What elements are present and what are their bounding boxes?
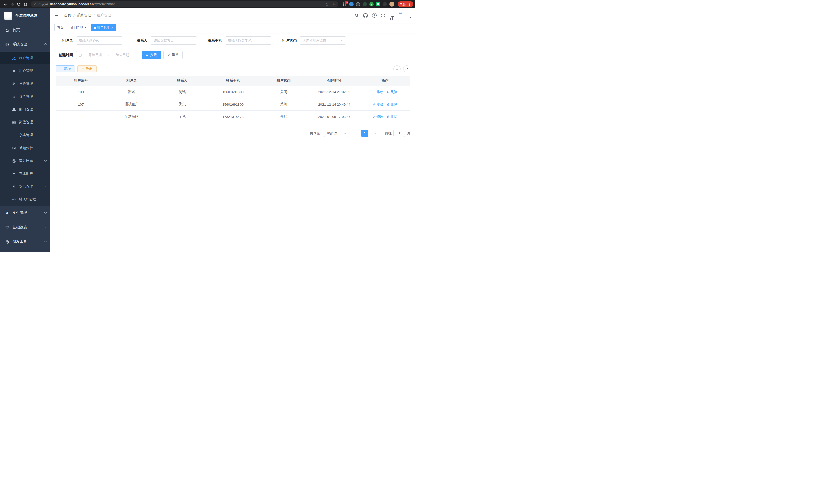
user-avatar-menu[interactable]: ▼ (398, 10, 411, 20)
tags-view-bar: 首页 部门管理 × 租户管理 × (50, 23, 416, 33)
sidebar-item-payment-management[interactable]: ¥ 支付管理 (0, 206, 50, 220)
extension-icon-3[interactable] (356, 2, 360, 6)
refresh-table-button[interactable] (403, 65, 410, 72)
id-badge-icon (12, 120, 16, 124)
sidebar-item-system-management[interactable]: 系统管理 (0, 37, 50, 52)
page-size-select[interactable]: 10条/页 (324, 130, 348, 137)
create-time-label: 创建时间 (56, 53, 73, 57)
sidebar-item-notice[interactable]: 通知公告 (0, 142, 50, 154)
online-signal-icon (12, 172, 16, 176)
extension-icon-7[interactable] (382, 2, 387, 6)
sidebar-item-department-management[interactable]: 部门管理 (0, 103, 50, 116)
cell-tenant-name: 测试 (106, 86, 157, 98)
column-header: 租户名 (106, 76, 157, 86)
cell-phone: 15601691300 (208, 86, 258, 98)
sidebar-item-post-management[interactable]: 岗位管理 (0, 116, 50, 129)
sidebar-item-label: 字典管理 (19, 133, 33, 138)
header-search-icon[interactable] (354, 10, 359, 20)
message-bubble-icon (12, 146, 16, 150)
bookmark-star-icon[interactable]: ☆ (332, 2, 335, 6)
current-page-button[interactable]: 1 (361, 130, 369, 137)
sidebar-menu: 首页 系统管理 租户管理 用户管理 角色管理 (0, 23, 50, 252)
edit-link[interactable]: 修改 (373, 114, 383, 119)
browser-menu-icon[interactable]: ⋮ (408, 3, 411, 6)
date-range-picker[interactable]: 开始日期 - 结束日期 (76, 51, 137, 59)
browser-profile-avatar[interactable] (389, 2, 395, 7)
sidebar-item-label: 错误码管理 (19, 197, 36, 202)
fullscreen-icon[interactable] (381, 10, 385, 20)
sidebar-item-menu-management[interactable]: 菜单管理 (0, 90, 50, 103)
app-logo[interactable]: 芋道管理系统 (0, 8, 50, 23)
shield-icon (12, 184, 16, 188)
top-header: 首页 / 系统管理 / 租户管理 ? TT (50, 8, 416, 23)
sidebar-item-label: 支付管理 (12, 211, 27, 215)
tab-tenant-management[interactable]: 租户管理 × (91, 24, 116, 31)
sidebar-item-online-users[interactable]: 在线用户 (0, 167, 50, 180)
status-select[interactable]: 请选择租户状态 (299, 36, 346, 45)
sidebar-item-role-management[interactable]: 角色管理 (0, 77, 50, 90)
edit-link[interactable]: 修改 (373, 90, 383, 94)
address-bar[interactable]: ⚠ 不安全 dashboard.yudao.iocoder.cn/system/… (31, 1, 338, 7)
share-icon[interactable] (325, 2, 329, 6)
breadcrumb-home[interactable]: 首页 (64, 13, 71, 18)
menu-list-icon (12, 94, 16, 99)
chevron-down-icon (45, 159, 47, 161)
breadcrumb-system[interactable]: 系统管理 (77, 13, 91, 18)
column-header: 租户编号 (56, 76, 106, 86)
github-icon[interactable] (363, 10, 368, 20)
home-icon (5, 28, 9, 32)
show-search-button[interactable] (393, 65, 401, 72)
delete-link[interactable]: 删除 (387, 114, 397, 119)
tenant-name-input[interactable] (76, 36, 122, 45)
refresh-page-button[interactable] (16, 1, 22, 7)
add-button[interactable]: 新增 (56, 65, 75, 72)
sidebar-item-audit-log[interactable]: 审计日志 (0, 154, 50, 167)
browser-chrome-bar: ⚠ 不安全 dashboard.yudao.iocoder.cn/system/… (0, 0, 416, 8)
table-header-row: 租户编号 租户名 联系人 联系手机 租户状态 创建时间 操作 (56, 76, 410, 86)
extension-icon-6[interactable] (376, 2, 380, 6)
close-icon[interactable]: × (111, 26, 113, 29)
sidebar-item-label: 基础设施 (12, 225, 27, 230)
sidebar-item-error-code-management[interactable]: </> 错误码管理 (0, 193, 50, 206)
sidebar-submenu-system: 租户管理 用户管理 角色管理 菜单管理 部门管理 (0, 52, 50, 206)
goto-page-input[interactable] (393, 130, 405, 137)
prev-page-button[interactable] (351, 130, 359, 137)
sidebar-item-label: 部门管理 (19, 107, 33, 112)
edit-link[interactable]: 修改 (373, 102, 383, 107)
sidebar-item-dev-tools[interactable]: 研发工具 (0, 235, 50, 249)
extension-icon-2[interactable] (349, 2, 353, 6)
extension-icon-5[interactable]: y (369, 2, 374, 6)
cell-contact: 测试 (157, 86, 208, 98)
sidebar-item-home[interactable]: 首页 (0, 23, 50, 37)
contact-input[interactable] (150, 36, 197, 45)
sidebar-item-tenant-management[interactable]: 租户管理 (0, 52, 50, 64)
cell-phone: 15601691300 (208, 98, 258, 111)
cell-contact: 芋艿 (157, 111, 208, 123)
close-icon[interactable]: × (85, 26, 87, 29)
sidebar-item-sms-management[interactable]: 短信管理 (0, 180, 50, 193)
back-button[interactable] (2, 1, 9, 7)
font-size-icon[interactable]: TT (390, 10, 394, 20)
forward-button[interactable] (9, 1, 16, 7)
tab-home[interactable]: 首页 (55, 24, 66, 31)
help-icon[interactable]: ? (372, 10, 377, 20)
export-button[interactable]: 导出 (77, 65, 96, 72)
phone-input[interactable] (225, 36, 271, 45)
next-page-button[interactable] (371, 130, 379, 137)
sidebar-item-infrastructure[interactable]: 基础设施 (0, 220, 50, 235)
extension-icon-4[interactable] (363, 2, 367, 6)
search-button[interactable]: 搜索 (142, 51, 161, 59)
sidebar-collapse-icon[interactable] (55, 13, 59, 18)
delete-link[interactable]: 删除 (387, 90, 397, 94)
tenant-name-label: 租户名 (56, 38, 73, 43)
browser-update-button[interactable]: 更新 ⋮ (398, 1, 413, 7)
tab-department-management[interactable]: 部门管理 × (68, 24, 89, 31)
reset-button[interactable]: 重置 (164, 51, 183, 59)
home-button[interactable] (22, 1, 29, 7)
sidebar-item-user-management[interactable]: 用户管理 (0, 64, 50, 77)
total-count: 共 3 条 (310, 131, 320, 136)
cell-tenant-id: 108 (56, 86, 106, 98)
sidebar-item-dict-management[interactable]: 字典管理 (0, 129, 50, 142)
delete-link[interactable]: 删除 (387, 102, 397, 107)
extension-icon-1[interactable]: 10 (343, 2, 347, 6)
